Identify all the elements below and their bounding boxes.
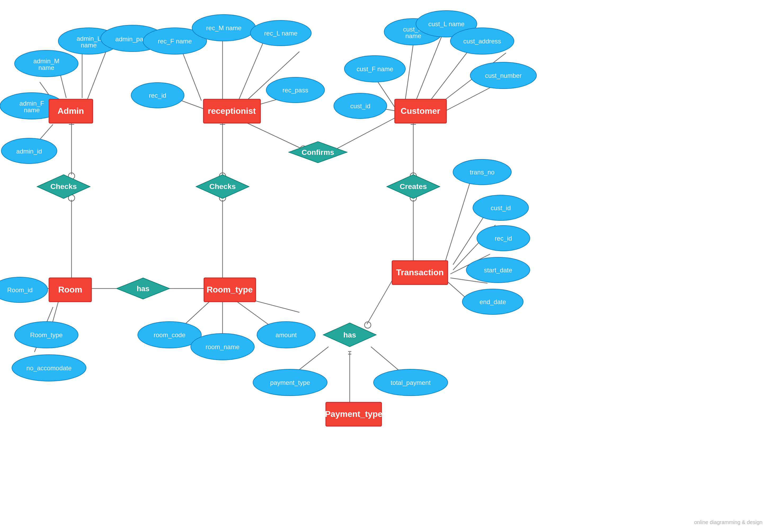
has-room-label: has <box>137 285 150 293</box>
attr-admin-id-text: admin_id <box>16 148 42 155</box>
attr-room-id-text: Room_id <box>7 286 33 294</box>
attr-cust-fname-text: cust_F name <box>357 65 393 72</box>
svg-line-11 <box>239 39 265 101</box>
attr-trans-custid-text: cust_id <box>490 204 511 212</box>
attr-total-payment-text: total_payment <box>391 379 431 386</box>
attr-admin-fname-text: admin_F <box>19 100 44 107</box>
attr-roomtype-name-text: room_name <box>206 343 240 350</box>
attr-admin-lname-text2: name <box>81 42 97 49</box>
svg-line-43 <box>367 281 392 324</box>
attr-rec-id-text: rec_id <box>149 92 166 99</box>
attr-room-accommodate-text: no_accomodate <box>27 364 72 372</box>
svg-line-19 <box>405 44 413 99</box>
confirms-label: Confirms <box>302 148 334 156</box>
attr-cust-address-text: cust_address <box>463 38 501 45</box>
checks-admin-label: Checks <box>50 182 77 191</box>
svg-line-28 <box>445 177 472 262</box>
attr-cust-mname-text2: name <box>405 32 421 40</box>
attr-cust-number-text: cust_number <box>485 72 522 79</box>
room-type-label: Room_type <box>207 285 253 294</box>
attr-roomtype-amount-text: amount <box>275 331 297 338</box>
attr-admin-mname-text: admin_M <box>33 57 59 64</box>
attr-cust-id-text: cust_id <box>350 102 371 110</box>
attr-trans-recid-text: rec_id <box>494 235 512 242</box>
admin-label: Admin <box>57 106 84 116</box>
checks-rec-label: Checks <box>209 182 236 191</box>
attr-admin-mname-text2: name <box>39 64 54 71</box>
attr-admin-fname-text2: name <box>24 106 40 114</box>
attr-trans-startdate-text: start_date <box>484 267 512 274</box>
attr-rec-lname-text: rec_L name <box>264 30 297 37</box>
svg-line-18 <box>335 114 403 149</box>
attr-rec-pass-text: rec_pass <box>282 87 308 94</box>
svg-line-5 <box>87 51 106 99</box>
watermark: online diagramming & design | create <box>694 519 763 525</box>
customer-label: Customer <box>400 106 440 116</box>
creates-label: Creates <box>400 182 427 191</box>
room-label: Room <box>58 285 82 294</box>
has-payment-label: has <box>343 331 356 339</box>
receptionist-label: receptionist <box>208 106 256 116</box>
attr-rec-fname-text: rec_F name <box>158 38 192 45</box>
transaction-label: Transaction <box>396 268 444 277</box>
attr-trans-enddate-text: end_date <box>480 298 506 306</box>
attr-rec-mname-text: rec_M name <box>206 24 241 32</box>
attr-admin-lname-text: admin_L <box>76 35 101 42</box>
attr-cust-lname-text: cust_L name <box>428 20 465 28</box>
attr-roomtype-code-text: room_code <box>154 331 185 338</box>
attr-payment-type-text: payment_type <box>270 379 310 386</box>
attr-trans-no-text: trans_no <box>470 169 494 176</box>
payment-type-label: Payment_type <box>325 409 382 419</box>
attr-room-type-text: Room_type <box>30 331 63 338</box>
